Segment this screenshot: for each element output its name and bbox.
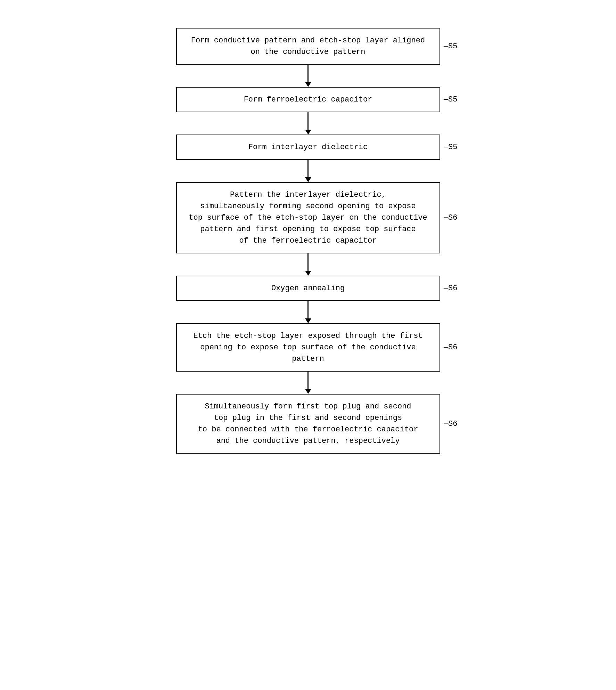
arrow-head-1 xyxy=(305,130,311,135)
arrow-head-5 xyxy=(305,389,311,394)
step-label-s2: —S5 xyxy=(444,95,458,104)
arrow-line-1 xyxy=(307,112,309,130)
step-label-s6: —S6 xyxy=(444,343,458,352)
arrow-5 xyxy=(305,372,311,394)
step-wrapper-s4: Pattern the interlayer dielectric, simul… xyxy=(152,182,465,253)
arrow-4 xyxy=(305,301,311,323)
step-box-s1: Form conductive pattern and etch-stop la… xyxy=(176,28,440,65)
step-label-s7: —S6 xyxy=(444,420,458,428)
step-box-s5: Oxygen annealing xyxy=(176,276,440,301)
step-wrapper-s3: Form interlayer dielectric—S5 xyxy=(152,135,465,160)
arrow-head-0 xyxy=(305,82,311,87)
step-wrapper-s2: Form ferroelectric capacitor—S5 xyxy=(152,87,465,112)
arrow-line-4 xyxy=(307,301,309,318)
step-box-s6: Etch the etch-stop layer exposed through… xyxy=(176,323,440,372)
arrow-line-3 xyxy=(307,253,309,271)
step-box-s4: Pattern the interlayer dielectric, simul… xyxy=(176,182,440,253)
step-label-s3: —S5 xyxy=(444,143,458,152)
step-wrapper-s7: Simultaneously form first top plug and s… xyxy=(152,394,465,454)
step-box-s7: Simultaneously form first top plug and s… xyxy=(176,394,440,454)
step-label-s5: —S6 xyxy=(444,284,458,293)
step-wrapper-s5: Oxygen annealing—S6 xyxy=(152,276,465,301)
arrow-0 xyxy=(305,65,311,87)
step-wrapper-s6: Etch the etch-stop layer exposed through… xyxy=(152,323,465,372)
flowchart: Form conductive pattern and etch-stop la… xyxy=(152,14,465,468)
arrow-head-4 xyxy=(305,318,311,323)
arrow-line-0 xyxy=(307,65,309,82)
step-label-s1: —S5 xyxy=(444,42,458,51)
arrow-1 xyxy=(305,112,311,135)
arrow-line-5 xyxy=(307,372,309,389)
arrow-head-2 xyxy=(305,177,311,182)
step-wrapper-s1: Form conductive pattern and etch-stop la… xyxy=(152,28,465,65)
arrow-line-2 xyxy=(307,160,309,177)
arrow-head-3 xyxy=(305,271,311,276)
arrow-3 xyxy=(305,253,311,276)
arrow-2 xyxy=(305,160,311,182)
step-box-s2: Form ferroelectric capacitor xyxy=(176,87,440,112)
step-box-s3: Form interlayer dielectric xyxy=(176,135,440,160)
step-label-s4: —S6 xyxy=(444,213,458,222)
